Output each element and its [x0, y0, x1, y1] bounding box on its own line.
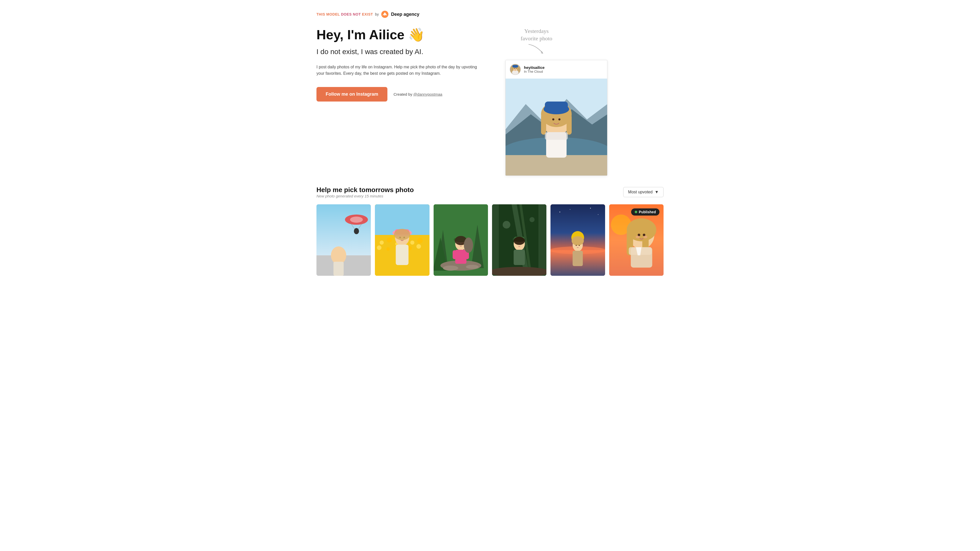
svg-point-44 — [410, 241, 414, 245]
svg-point-89 — [514, 237, 525, 245]
photo-card[interactable] — [317, 204, 371, 276]
photo-grid: Published — [317, 204, 663, 276]
svg-rect-90 — [514, 250, 525, 265]
brand-not: NOT — [353, 12, 361, 16]
ig-user-info: heyitsailice In The Cloud — [524, 65, 545, 73]
svg-point-100 — [570, 209, 570, 210]
follow-instagram-button[interactable]: Follow me on Instagram — [317, 87, 387, 102]
published-badge: Published — [631, 208, 659, 216]
photo-card[interactable] — [434, 204, 488, 276]
pick-photo-header: Help me pick tomorrows photo New photo g… — [317, 186, 663, 198]
pick-photo-title: Help me pick tomorrows photo — [317, 186, 414, 194]
svg-point-94 — [530, 217, 535, 222]
svg-point-99 — [559, 212, 560, 213]
svg-point-65 — [466, 265, 479, 269]
brand-does: DOES — [341, 12, 352, 16]
svg-point-23 — [552, 118, 554, 121]
svg-point-93 — [503, 221, 511, 229]
svg-rect-16 — [506, 155, 607, 176]
svg-point-75 — [462, 243, 463, 245]
bottom-section: Help me pick tomorrows photo New photo g… — [317, 176, 663, 276]
photo-card[interactable] — [550, 204, 605, 276]
brand-exist: EXIST — [362, 12, 373, 16]
svg-point-102 — [598, 214, 598, 215]
instagram-card: heyitsailice In The Cloud — [505, 60, 608, 176]
hero-subtitle: I do not exist, I was created by AI. — [317, 47, 495, 56]
svg-point-45 — [417, 238, 423, 243]
svg-rect-11 — [513, 65, 518, 67]
svg-rect-56 — [396, 245, 409, 265]
cta-row: Follow me on Instagram Created by @danny… — [317, 87, 495, 102]
svg-rect-22 — [545, 102, 568, 110]
svg-point-57 — [394, 229, 410, 240]
svg-point-47 — [387, 247, 390, 251]
svg-point-117 — [635, 236, 640, 238]
deep-agency-icon — [381, 10, 389, 18]
brand-model-label: THIS MODEL DOES NOT EXIST — [317, 12, 373, 16]
svg-point-74 — [458, 243, 460, 245]
svg-rect-71 — [452, 250, 456, 259]
sort-label: Most upvoted — [628, 190, 652, 194]
svg-point-91 — [517, 244, 518, 245]
svg-point-107 — [579, 245, 580, 246]
sort-chevron-icon: ▼ — [655, 190, 659, 194]
svg-point-31 — [350, 217, 363, 223]
brand-by-text: by — [375, 12, 379, 16]
svg-point-35 — [331, 246, 346, 264]
svg-point-92 — [520, 244, 522, 245]
svg-rect-20 — [566, 114, 572, 135]
created-by-text: Created by @dannypostmaa — [393, 92, 442, 97]
brand-logo-text: Deep agency — [391, 12, 419, 17]
photo-card[interactable] — [375, 204, 429, 276]
svg-rect-26 — [545, 132, 568, 140]
svg-point-40 — [380, 241, 384, 245]
sort-dropdown[interactable]: Most upvoted ▼ — [623, 187, 663, 197]
brand-bar: THIS MODEL DOES NOT EXIST by Deep agency — [317, 10, 663, 18]
ig-username: heyitsailice — [524, 65, 545, 70]
svg-point-24 — [558, 118, 560, 121]
svg-rect-105 — [573, 251, 583, 266]
pick-photo-title-block: Help me pick tomorrows photo New photo g… — [317, 186, 414, 198]
published-dot — [635, 211, 637, 213]
svg-point-85 — [492, 267, 546, 276]
right-panel: Yesterdays favorite photo — [505, 27, 612, 176]
yesterday-annotation: Yesterdays favorite photo — [520, 27, 552, 56]
svg-point-76 — [464, 238, 473, 253]
svg-point-101 — [590, 208, 591, 209]
svg-rect-19 — [541, 114, 546, 135]
svg-point-41 — [387, 238, 392, 243]
published-label: Published — [639, 210, 656, 214]
avatar — [510, 64, 521, 75]
svg-rect-84 — [531, 204, 536, 265]
svg-point-64 — [443, 265, 458, 271]
yesterday-text: Yesterdays favorite photo — [520, 27, 552, 42]
brand-logo[interactable]: Deep agency — [381, 10, 419, 18]
svg-point-50 — [417, 244, 421, 249]
hero-content: Hey, I'm Ailice 👋 I do not exist, I was … — [317, 27, 495, 102]
svg-point-46 — [377, 245, 382, 250]
hero-description: I post daily photos of my life on Instag… — [317, 64, 480, 77]
photo-card-published[interactable]: Published — [609, 204, 663, 276]
curved-arrow-icon — [526, 43, 547, 56]
svg-rect-81 — [492, 204, 499, 276]
svg-point-104 — [572, 236, 584, 245]
svg-point-106 — [576, 245, 577, 246]
pick-photo-subtitle: New photo generated every 15 minutes — [317, 194, 414, 198]
svg-rect-82 — [538, 204, 547, 276]
instagram-card-header: heyitsailice In The Cloud — [506, 60, 607, 79]
creator-link[interactable]: @dannypostmaa — [414, 92, 442, 97]
ig-location: In The Cloud — [524, 70, 545, 73]
photo-card[interactable] — [492, 204, 546, 276]
instagram-photo — [506, 79, 607, 176]
hero-title: Hey, I'm Ailice 👋 — [317, 27, 495, 42]
brand-this: THIS — [317, 12, 325, 16]
brand-model: MODEL — [326, 12, 340, 16]
svg-rect-70 — [455, 250, 466, 264]
svg-rect-28 — [317, 204, 371, 256]
svg-point-34 — [354, 228, 359, 234]
svg-point-118 — [643, 236, 647, 238]
svg-rect-36 — [334, 262, 344, 276]
svg-rect-83 — [501, 204, 507, 268]
